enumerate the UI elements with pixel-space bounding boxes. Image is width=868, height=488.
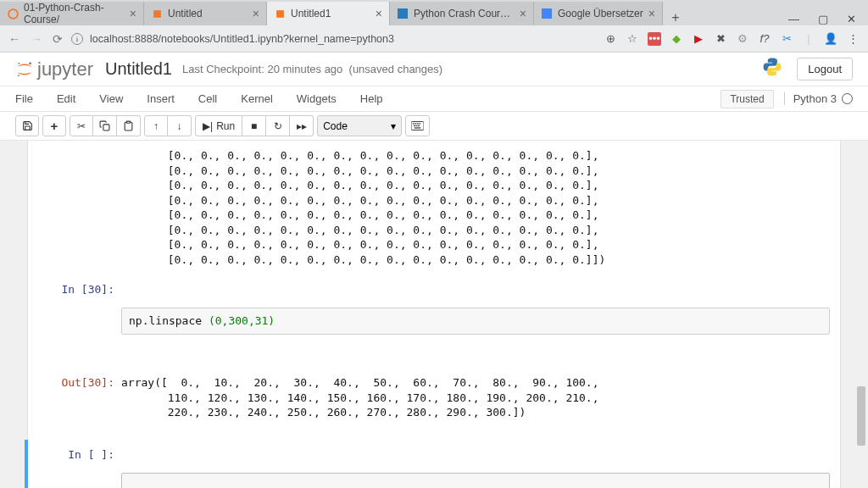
svg-rect-14 — [416, 125, 418, 126]
close-icon[interactable]: × — [376, 7, 382, 20]
extension-icon-1[interactable]: ••• — [648, 32, 661, 46]
kernel-status-icon — [842, 93, 853, 104]
run-icon: ▶| — [203, 120, 213, 132]
code-input[interactable]: np.linspace (0,300,31) — [121, 308, 830, 335]
maximize-icon[interactable]: ▢ — [818, 13, 828, 25]
browser-tab-2[interactable]: Untitled1 × — [267, 2, 390, 25]
browser-tab-strip: 01-Python-Crash-Course/ × Untitled × Unt… — [0, 0, 868, 25]
reload-icon[interactable]: ⟳ — [53, 32, 63, 46]
output-body: array([ 0., 10., 20., 30., 40., 50., 60.… — [121, 371, 830, 424]
close-icon[interactable]: × — [520, 7, 526, 20]
code-cell-30[interactable]: In [30]: np.linspace (0,300,31) — [28, 274, 840, 368]
browser-tab-1[interactable]: Untitled × — [144, 2, 267, 25]
window-controls: — ▢ ✕ — [776, 13, 868, 25]
restart-run-all-button[interactable]: ▸▸ — [290, 115, 314, 136]
forward-icon[interactable]: → — [31, 32, 42, 46]
svg-point-5 — [19, 63, 20, 64]
notebook-title[interactable]: Untitled1 — [105, 59, 172, 79]
output-body: [0., 0., 0., 0., 0., 0., 0., 0., 0., 0.,… — [121, 144, 830, 271]
menu-insert[interactable]: Insert — [147, 92, 175, 105]
output-prompt: Out[30]: — [38, 371, 121, 424]
zoom-icon[interactable]: ⊕ — [604, 32, 617, 46]
input-prompt: In [30]: — [38, 278, 121, 364]
code-input[interactable] — [121, 473, 830, 488]
site-info-icon[interactable]: i — [71, 33, 83, 45]
svg-rect-15 — [418, 125, 420, 126]
jupyter-header: jupyter Untitled1 Last Checkpoint: 20 mi… — [0, 53, 868, 86]
svg-rect-9 — [413, 123, 415, 124]
close-icon[interactable]: × — [253, 7, 259, 20]
tab-label: Untitled — [168, 8, 203, 19]
jupyter-favicon — [7, 8, 19, 19]
output-prompt — [38, 144, 121, 271]
kernel-indicator[interactable]: Python 3 — [784, 92, 853, 105]
paste-button[interactable] — [117, 115, 141, 136]
code-cell-empty[interactable]: In [ ]: — [25, 440, 840, 488]
menu-edit[interactable]: Edit — [57, 92, 75, 105]
youtube-icon[interactable]: ▶ — [692, 32, 705, 46]
jupyter-logo-icon — [15, 60, 34, 79]
menu-file[interactable]: File — [15, 92, 33, 105]
cut-button[interactable]: ✂ — [70, 115, 93, 136]
output-cell-zeros: [0., 0., 0., 0., 0., 0., 0., 0., 0., 0.,… — [28, 141, 840, 274]
url-text: localhost:8888/notebooks/Untitled1.ipynb… — [90, 33, 394, 45]
jupyter-favicon — [151, 8, 163, 19]
output-cell-30: Out[30]: array([ 0., 10., 20., 30., 40.,… — [28, 368, 840, 428]
vertical-scrollbar[interactable] — [855, 141, 867, 488]
svg-rect-7 — [126, 121, 130, 123]
browser-tab-0[interactable]: 01-Python-Crash-Course/ × — [0, 2, 144, 25]
logout-button[interactable]: Logout — [797, 58, 853, 80]
toolbar: + ✂ ↑ ↓ ▶|Run ■ ↻ ▸▸ Code ▾ — [0, 112, 868, 141]
close-icon[interactable]: × — [130, 7, 136, 20]
command-palette-button[interactable] — [405, 115, 430, 136]
menu-help[interactable]: Help — [360, 92, 383, 105]
svg-point-0 — [8, 9, 18, 19]
cell-type-select[interactable]: Code ▾ — [317, 115, 402, 136]
back-icon[interactable]: ← — [8, 32, 20, 46]
extension-icon-5[interactable]: f? — [758, 32, 771, 46]
checkpoint-text: Last Checkpoint: 20 minutes ago (unsaved… — [182, 63, 442, 75]
extension-icon-2[interactable]: ◆ — [670, 32, 683, 46]
copy-button[interactable] — [93, 115, 117, 136]
extension-icon-6[interactable]: ✂ — [780, 32, 793, 46]
input-prompt: In [ ]: — [38, 443, 121, 488]
trusted-indicator[interactable]: Trusted — [721, 90, 773, 108]
run-button[interactable]: ▶|Run — [195, 115, 242, 136]
minimize-icon[interactable]: — — [788, 13, 799, 25]
browser-tab-3[interactable]: Python Crash Course Exerc × — [390, 2, 534, 25]
tab-label: Python Crash Course Exerc — [414, 8, 515, 19]
close-window-icon[interactable]: ✕ — [847, 13, 856, 25]
jupyter-logo[interactable]: jupyter — [15, 58, 93, 80]
translate-favicon — [541, 8, 553, 19]
site-favicon — [397, 8, 409, 19]
svg-rect-6 — [103, 125, 109, 130]
browser-tab-4[interactable]: Google Übersetzer × — [534, 2, 663, 25]
menu-icon[interactable]: ⋮ — [846, 32, 860, 46]
interrupt-button[interactable]: ■ — [242, 115, 266, 136]
divider: | — [802, 32, 815, 46]
extension-icon-3[interactable]: ✖ — [714, 32, 727, 46]
chevron-down-icon: ▾ — [391, 120, 396, 132]
menu-kernel[interactable]: Kernel — [241, 92, 273, 105]
star-icon[interactable]: ☆ — [626, 32, 639, 46]
svg-point-4 — [18, 75, 19, 76]
new-tab-button[interactable]: + — [663, 10, 688, 25]
menu-view[interactable]: View — [99, 92, 123, 105]
tab-label: Google Übersetzer — [558, 8, 643, 19]
scroll-thumb[interactable] — [857, 386, 865, 446]
jupyter-logo-text: jupyter — [37, 58, 93, 80]
menu-widgets[interactable]: Widgets — [297, 92, 337, 105]
menu-cell[interactable]: Cell — [198, 92, 217, 105]
add-cell-button[interactable]: + — [42, 115, 66, 136]
profile-icon[interactable]: 👤 — [824, 32, 837, 46]
move-down-button[interactable]: ↓ — [168, 115, 192, 136]
restart-button[interactable]: ↻ — [266, 115, 290, 136]
notebook-area[interactable]: [0., 0., 0., 0., 0., 0., 0., 0., 0., 0.,… — [0, 141, 868, 488]
extension-icon-4[interactable]: ⚙ — [736, 32, 749, 46]
save-button[interactable] — [15, 115, 39, 136]
move-up-button[interactable]: ↑ — [144, 115, 168, 136]
tab-label: 01-Python-Crash-Course/ — [24, 2, 125, 25]
url-field[interactable]: i localhost:8888/notebooks/Untitled1.ipy… — [71, 33, 595, 45]
close-icon[interactable]: × — [648, 7, 655, 20]
svg-rect-13 — [414, 125, 415, 126]
